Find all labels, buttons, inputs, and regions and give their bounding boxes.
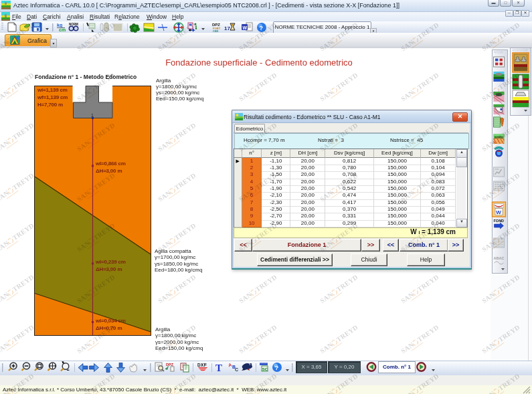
svg-text:DOPO: DOPO	[495, 136, 503, 139]
svg-text:A: A	[228, 363, 232, 368]
svg-text:SC: SC	[262, 367, 268, 371]
svg-text:1: 1	[91, 113, 94, 118]
svg-text:DXF: DXF	[197, 363, 207, 367]
svg-text:FOND: FOND	[494, 219, 505, 223]
svg-text:ABAC: ABAC	[494, 256, 505, 260]
svg-text:T: T	[215, 363, 222, 373]
svg-text:?: ?	[275, 364, 279, 371]
svg-text:DPZ: DPZ	[166, 363, 174, 367]
svg-text:C: C	[235, 367, 238, 372]
svg-text:W: W	[496, 209, 501, 215]
